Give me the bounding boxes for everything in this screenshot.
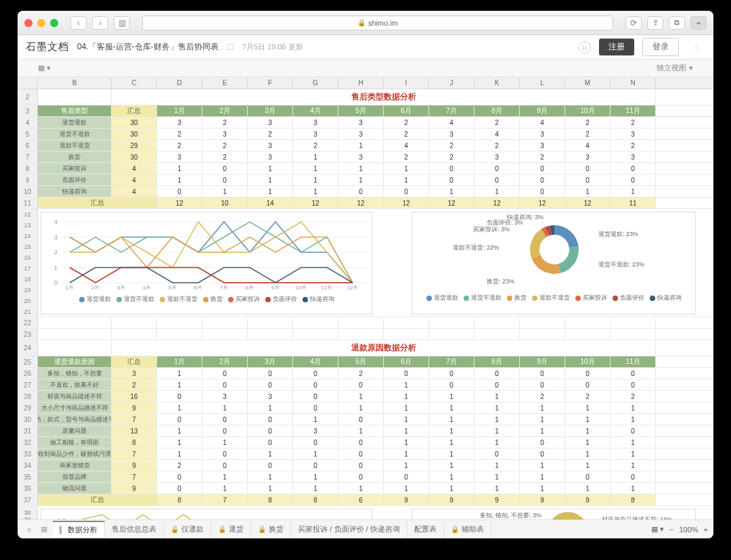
sheet-body[interactable]: 2售后类型数据分析3售后类型汇总1月2月3月4月5月6月7月8月9月10月11月… xyxy=(18,89,713,519)
view-mode[interactable]: 独立视图 ▾ xyxy=(657,63,693,73)
play-icon[interactable]: ▷ xyxy=(579,41,591,53)
sum-cell: 12 xyxy=(429,197,474,208)
zoom-icon[interactable] xyxy=(50,19,58,27)
data-cell: 1 xyxy=(384,437,429,448)
row-number[interactable]: 7 xyxy=(18,151,38,162)
row-number[interactable]: 25 xyxy=(18,356,38,367)
minimize-icon[interactable] xyxy=(37,19,45,27)
data-cell: 1 xyxy=(611,414,656,425)
share-icon[interactable]: ⇪ xyxy=(647,16,663,30)
table-header: 10月 xyxy=(565,356,611,367)
cell xyxy=(112,329,157,340)
data-cell: 1 xyxy=(338,140,384,151)
format-icon[interactable]: ▦ ▾ xyxy=(38,64,51,72)
row-number[interactable]: 9 xyxy=(18,174,38,185)
row-number[interactable]: 29 xyxy=(18,402,38,413)
row-number[interactable]: 10 xyxy=(18,186,38,197)
row-number[interactable]: 37 xyxy=(18,494,38,505)
row-label: 物流问题 xyxy=(38,483,112,494)
address-bar[interactable]: 🔒 shimo.im xyxy=(142,16,613,30)
bookmark-icon[interactable]: ☐ xyxy=(227,43,234,52)
sheet-tab[interactable]: 🔒仅退款 xyxy=(164,521,211,538)
row-number[interactable]: 23 xyxy=(18,329,38,340)
data-cell: 0 xyxy=(338,186,384,197)
col-header[interactable] xyxy=(18,77,38,89)
data-cell: 2 xyxy=(157,129,202,139)
row-number[interactable]: 27 xyxy=(18,379,38,390)
row-number[interactable]: 30 xyxy=(18,414,38,425)
row-number[interactable]: 12131415161718192021 xyxy=(18,209,38,317)
more-icon[interactable]: ⋮ xyxy=(687,43,705,51)
row-number[interactable]: 36 xyxy=(18,483,38,494)
col-header[interactable]: H xyxy=(338,77,384,89)
menu-icon[interactable]: ≡ xyxy=(23,526,35,534)
forward-button[interactable]: › xyxy=(92,16,108,30)
sidebar-button[interactable]: ▥ xyxy=(114,16,130,30)
row-number[interactable]: 22 xyxy=(18,317,38,328)
row-number[interactable]: 2 xyxy=(18,89,38,105)
row-number[interactable]: 5 xyxy=(18,129,38,139)
row-number[interactable]: 32 xyxy=(18,437,38,448)
zoom-out-button[interactable]: − xyxy=(669,526,673,534)
data-cell: 0 xyxy=(202,163,248,174)
sheet-tab[interactable]: 🔒换货 xyxy=(251,521,291,538)
sheet-tab[interactable]: 售后信息总表 xyxy=(105,521,164,538)
login-button[interactable]: 登录 xyxy=(642,38,679,56)
row-total: 7 xyxy=(112,471,157,482)
row-number[interactable]: 35 xyxy=(18,471,38,482)
register-button[interactable]: 注册 xyxy=(599,39,634,55)
row-number[interactable]: 26 xyxy=(18,368,38,379)
row-number[interactable]: 3 xyxy=(18,106,38,116)
sheet-tab[interactable]: 🔒退货 xyxy=(211,521,251,538)
col-header[interactable]: C xyxy=(112,77,157,89)
column-headers: BCDEFGHIJKLMN xyxy=(18,77,713,89)
data-cell: 0 xyxy=(565,379,611,390)
row-label: 大小尺寸与商品描述不符 xyxy=(38,402,112,413)
col-header[interactable]: N xyxy=(611,77,656,89)
col-header[interactable]: K xyxy=(474,77,520,89)
data-cell: 0 xyxy=(520,174,565,185)
col-header[interactable]: J xyxy=(429,77,474,89)
col-header[interactable]: G xyxy=(293,77,338,89)
row-number[interactable]: 4 xyxy=(18,117,38,128)
row-number[interactable]: 11 xyxy=(18,197,38,208)
row-number[interactable]: 8 xyxy=(18,163,38,174)
newtab-icon[interactable]: + xyxy=(690,16,707,30)
col-header[interactable]: L xyxy=(520,77,565,89)
svg-text:2月: 2月 xyxy=(91,285,99,289)
cell xyxy=(338,329,384,340)
zoom-in-button[interactable]: + xyxy=(704,526,708,534)
data-cell: 0 xyxy=(611,368,656,379)
sheet-tab[interactable]: 🔒辅助表 xyxy=(444,521,491,538)
tabs-icon[interactable]: ⧉ xyxy=(669,16,685,30)
cell xyxy=(157,317,202,328)
grid-icon[interactable]: ▦ ▾ xyxy=(651,525,664,534)
row-number[interactable]: 34 xyxy=(18,460,38,471)
row-label: 做工粗糙，有瑕疵 xyxy=(38,437,112,448)
col-header[interactable]: D xyxy=(157,77,202,89)
section-title: 售后类型数据分析 xyxy=(112,89,656,105)
reload-button[interactable]: ⟳ xyxy=(625,16,642,30)
data-cell: 0 xyxy=(202,425,248,436)
col-header[interactable]: F xyxy=(248,77,293,89)
close-icon[interactable] xyxy=(24,19,32,27)
svg-text:0: 0 xyxy=(54,279,58,286)
row-number[interactable]: 24 xyxy=(18,340,38,356)
back-button[interactable]: ‹ xyxy=(70,16,87,30)
sheet-tab[interactable]: 买家投诉 / 负面评价 / 快递咨询 xyxy=(291,521,407,538)
data-cell: 3 xyxy=(520,129,565,139)
col-header[interactable]: I xyxy=(384,77,429,89)
sheet-tab[interactable]: ▍数据分析 xyxy=(53,521,105,538)
row-total: 30 xyxy=(112,117,157,128)
row-number[interactable]: 31 xyxy=(18,425,38,436)
col-header[interactable]: E xyxy=(202,77,248,89)
sheet-tab[interactable]: 配置表 xyxy=(407,521,444,538)
col-header[interactable]: M xyxy=(565,77,611,89)
add-sheet-icon[interactable]: ▦ xyxy=(37,525,51,534)
row-number[interactable]: 28 xyxy=(18,391,38,402)
col-header[interactable]: B xyxy=(38,77,112,89)
row-number[interactable]: 383940 xyxy=(18,506,38,519)
row-number[interactable]: 6 xyxy=(18,140,38,151)
data-cell: 0 xyxy=(520,448,565,459)
row-number[interactable]: 33 xyxy=(18,448,38,459)
